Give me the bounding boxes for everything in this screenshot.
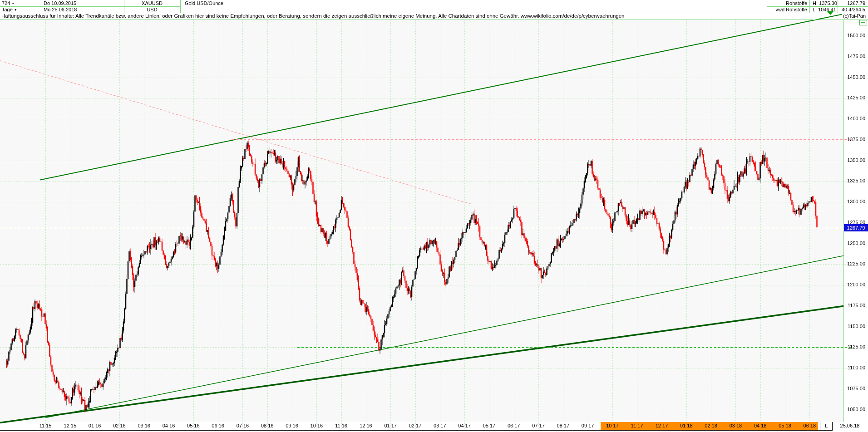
price-axis-label: 1450.00: [845, 74, 865, 80]
price-axis-label: 1050.00: [845, 407, 865, 412]
price-axis-label: 1200.00: [845, 282, 865, 288]
date-axis-label: 01 17: [380, 422, 400, 429]
chevron-down-icon: ▼: [14, 8, 17, 11]
price-chart-canvas[interactable]: [0, 0, 868, 432]
header-divider: [180, 0, 181, 13]
header-range-info: 40.4/364.5: [839, 6, 865, 13]
copyright-watermark: (c)Tai-Pan: [843, 13, 866, 19]
date-axis-label: 08 17: [553, 422, 573, 429]
start-date-field[interactable]: Do 10.09.2015: [44, 0, 122, 6]
date-axis-label: 04 16: [159, 422, 179, 429]
price-axis-label: 1375.00: [845, 137, 865, 142]
price-axis-label: 1475.00: [845, 54, 865, 59]
date-axis-label: 07 16: [232, 422, 252, 429]
category-label: Rohstoffe: [767, 0, 807, 6]
date-axis-label: 02 18: [701, 422, 721, 429]
date-axis-label: 12 17: [652, 422, 672, 429]
collapse-axis-icon[interactable]: [859, 20, 867, 25]
price-axis-label: 1075.00: [845, 386, 865, 392]
date-axis-label: 06 16: [208, 422, 228, 429]
header-last-price: 1267.79: [839, 0, 865, 6]
date-axis-label: 12 15: [60, 422, 80, 429]
date-axis-label: 03 17: [430, 422, 450, 429]
last-bar-marker: L: [820, 422, 833, 430]
chevron-down-icon: ▼: [11, 2, 15, 5]
end-date-field[interactable]: Mo 25.06.2018: [44, 6, 122, 13]
period-count-dropdown[interactable]: 724▼: [2, 0, 40, 7]
date-axis-label: 09 16: [282, 422, 302, 429]
price-axis-label: 1425.00: [845, 95, 865, 101]
last-price-tag: 1267.79: [844, 224, 868, 231]
provider-label: vwd Rohstoffe: [767, 6, 807, 13]
price-axis-label: 1175.00: [845, 303, 865, 309]
date-axis-label: 05 18: [775, 422, 795, 429]
price-axis-label: 1400.00: [845, 116, 865, 122]
period-count-value: 724: [2, 0, 10, 6]
date-axis-label: 05 17: [479, 422, 499, 429]
date-axis-underline: [0, 430, 833, 431]
instrument-title: Gold USD/Ounce: [185, 0, 321, 6]
price-axis-label: 1125.00: [845, 344, 865, 350]
header-row-divider: [767, 6, 868, 7]
date-axis-label: 10 16: [306, 422, 326, 429]
date-axis-label: 02 17: [405, 422, 425, 429]
price-axis-label: 1300.00: [845, 199, 865, 205]
date-axis-label: 07 17: [528, 422, 548, 429]
timeframe-value: Tage: [2, 7, 13, 12]
price-axis-label: 1225.00: [845, 261, 865, 267]
date-axis-label: 01 16: [85, 422, 105, 429]
currency-label: USD: [124, 6, 180, 13]
date-axis-label: 10 17: [602, 422, 622, 429]
date-axis-label: 06 18: [799, 422, 819, 429]
date-axis-label: 06 17: [504, 422, 524, 429]
price-axis-label: 1500.00: [845, 33, 865, 39]
date-axis-label: 03 18: [725, 422, 745, 429]
date-axis-label: 02 16: [109, 422, 129, 429]
price-axis-label: 1350.00: [845, 157, 865, 163]
date-axis-label: 09 17: [578, 422, 598, 429]
price-axis-label: 1100.00: [845, 365, 865, 371]
disclaimer-text: Haftungsausschluss für Inhalte: Alle Tre…: [1, 13, 625, 19]
disclaimer-bottom-border: [0, 20, 868, 20]
price-axis-label: 1325.00: [845, 178, 865, 184]
date-axis-label: 08 16: [257, 422, 277, 429]
date-axis-label: 11 16: [331, 422, 351, 429]
end-date-label: 25.06.18: [833, 422, 866, 430]
date-axis-label: 12 16: [356, 422, 376, 429]
tai-pan-chart-window: { "header": { "left": { "periods": "724"…: [0, 0, 868, 432]
period-high-label: H: 1375.30: [813, 0, 837, 6]
date-axis-label: 01 18: [676, 422, 696, 429]
date-axis-label: 04 18: [750, 422, 770, 429]
date-axis-label: 03 16: [134, 422, 154, 429]
date-axis-label: 11 15: [35, 422, 55, 429]
date-axis-label: 05 16: [183, 422, 203, 429]
date-axis-label: 04 17: [454, 422, 474, 429]
price-axis-label: 1150.00: [845, 324, 865, 329]
header-row-divider: [0, 6, 180, 7]
price-axis-label: 1250.00: [845, 241, 865, 246]
period-low-label: L: 1046.41: [813, 6, 837, 13]
symbol-label: XAUUSD: [124, 0, 180, 6]
timeframe-dropdown[interactable]: Tage▼: [2, 6, 40, 13]
date-axis-label: 11 17: [627, 422, 647, 429]
